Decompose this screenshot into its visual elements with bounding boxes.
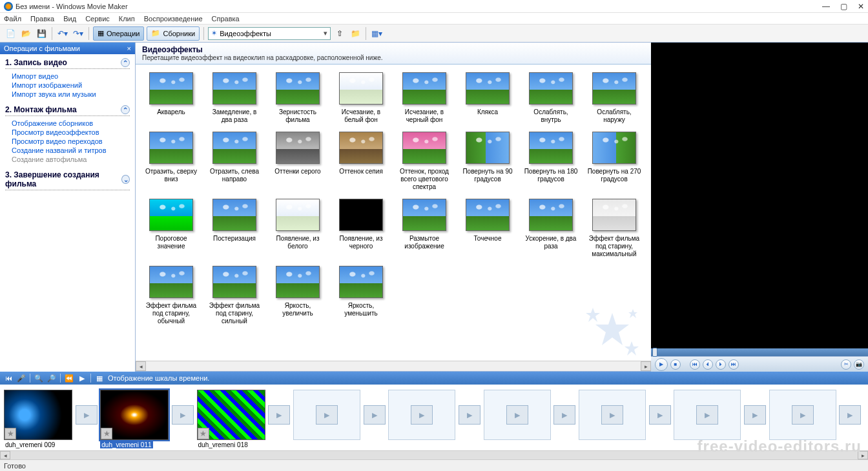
- effect-item[interactable]: Точечное: [459, 196, 517, 261]
- task-view-transitions[interactable]: Просмотр видео переходов: [5, 137, 130, 146]
- effect-item[interactable]: Ослаблять, наружу: [585, 70, 643, 126]
- scroll-right-icon[interactable]: ▸: [858, 451, 868, 459]
- scroll-left-icon[interactable]: ◂: [136, 361, 146, 371]
- collection-combo[interactable]: ✶ Видеоэффекты ▾: [208, 27, 331, 40]
- effect-item[interactable]: Повернуть на 270 градусов: [585, 129, 643, 194]
- storyboard-clip[interactable]: ★duh_vremeni 018: [197, 390, 265, 448]
- split-button[interactable]: ✂: [841, 359, 851, 370]
- task-view-effects[interactable]: Просмотр видеоэффектов: [5, 128, 130, 137]
- effect-item[interactable]: Повернуть на 180 градусов: [522, 129, 580, 194]
- play-timeline-button[interactable]: ▶: [78, 374, 87, 383]
- effect-item[interactable]: Исчезание, в черный фон: [395, 70, 453, 126]
- new-project-button[interactable]: 📄: [4, 27, 17, 40]
- effect-item[interactable]: Оттенок, проход всего цветового спектра: [395, 129, 453, 194]
- effect-item[interactable]: Эффект фильма под старину, максимальный: [585, 196, 643, 261]
- step-back-button[interactable]: ⏴: [703, 359, 713, 370]
- empty-clip-slot[interactable]: ▶: [484, 390, 551, 440]
- task-make-titles[interactable]: Создание названий и титров: [5, 146, 130, 155]
- transition-slot[interactable]: ▶: [457, 390, 482, 440]
- effect-item[interactable]: Отразить, слева направо: [205, 129, 264, 194]
- empty-clip-slot[interactable]: ▶: [388, 390, 455, 440]
- up-level-button[interactable]: ⇧: [333, 27, 346, 40]
- effect-item[interactable]: Исчезание, в белый фон: [332, 70, 390, 126]
- open-button[interactable]: 📂: [19, 27, 32, 40]
- chevron-icon[interactable]: ⌃: [121, 105, 130, 114]
- effect-item[interactable]: Постеризация: [205, 196, 264, 261]
- transition-slot[interactable]: ▶: [647, 390, 672, 440]
- task-section-finish[interactable]: 3. Завершение создания фильма ⌄: [5, 169, 130, 190]
- storyboard-clip[interactable]: ★duh_vremeni 011: [100, 390, 169, 448]
- menu-tools[interactable]: Сервис: [85, 15, 110, 23]
- timeline-view-label[interactable]: Отображение шкалы времени.: [108, 374, 209, 382]
- transition-slot[interactable]: ▶: [170, 390, 195, 440]
- transition-slot[interactable]: ▶: [552, 390, 577, 440]
- effect-item[interactable]: Повернуть на 90 градусов: [459, 129, 517, 194]
- stop-button[interactable]: ■: [670, 359, 681, 370]
- zoom-out-button[interactable]: 🔎: [47, 374, 56, 383]
- collections-toggle[interactable]: 📁 Сборники: [147, 26, 200, 41]
- set-start-button[interactable]: ⏮: [4, 374, 13, 383]
- chevron-icon[interactable]: ⌄: [121, 175, 130, 184]
- menu-edit[interactable]: Правка: [30, 15, 54, 23]
- empty-clip-slot[interactable]: ▶: [293, 390, 360, 440]
- prev-clip-button[interactable]: ⏮: [690, 359, 700, 370]
- chevron-icon[interactable]: ⌃: [121, 58, 130, 67]
- transition-slot[interactable]: ▶: [362, 390, 387, 440]
- storyboard-scrollbar[interactable]: ◂ ▸: [0, 450, 868, 459]
- effect-item[interactable]: Появление, из белого: [269, 196, 327, 261]
- snapshot-button[interactable]: 📷: [854, 359, 864, 370]
- task-section-edit[interactable]: 2. Монтаж фильма ⌃: [5, 104, 130, 116]
- zoom-in-button[interactable]: 🔍: [34, 374, 43, 383]
- menu-clip[interactable]: Клип: [119, 15, 135, 23]
- clip-thumb[interactable]: ★: [4, 390, 72, 440]
- transition-slot[interactable]: ▶: [838, 390, 863, 440]
- seek-bar[interactable]: [651, 348, 868, 356]
- empty-clip-slot[interactable]: ▶: [674, 390, 741, 440]
- effect-item[interactable]: Оттенок сепия: [332, 129, 390, 194]
- effect-item[interactable]: Появление, из черного: [332, 196, 390, 261]
- effect-item[interactable]: Оттенки серого: [269, 129, 327, 194]
- effect-item[interactable]: Клякса: [459, 70, 517, 126]
- play-button[interactable]: ▶: [655, 358, 668, 371]
- empty-clip-slot[interactable]: ▶: [769, 390, 836, 440]
- next-clip-button[interactable]: ⏭: [728, 359, 739, 370]
- task-automovie[interactable]: Создание автофильма: [5, 155, 130, 164]
- clip-thumb[interactable]: ★: [100, 390, 169, 440]
- effect-item[interactable]: Акварель: [142, 70, 200, 126]
- effect-item[interactable]: Пороговое значение: [142, 196, 200, 261]
- effect-item[interactable]: Яркость, увеличить: [269, 263, 327, 328]
- maximize-button[interactable]: ▢: [840, 2, 847, 11]
- seek-handle[interactable]: [652, 348, 657, 357]
- step-fwd-button[interactable]: ⏵: [716, 359, 726, 370]
- transition-slot[interactable]: ▶: [74, 390, 99, 440]
- menu-playback[interactable]: Воспроизведение: [144, 15, 203, 23]
- effect-item[interactable]: Зернистость фильма: [269, 70, 327, 126]
- menu-help[interactable]: Справка: [212, 15, 240, 23]
- effect-item[interactable]: Эффект фильма под старину, сильный: [205, 263, 264, 328]
- transition-slot[interactable]: ▶: [267, 390, 292, 440]
- save-button[interactable]: 💾: [35, 27, 48, 40]
- storyboard-track[interactable]: ★duh_vremeni 009▶★duh_vremeni 011▶★duh_v…: [0, 385, 868, 450]
- view-mode-button[interactable]: ▦▾: [370, 27, 383, 40]
- effect-star-icon[interactable]: ★: [101, 428, 112, 439]
- undo-button[interactable]: ↶▾: [56, 27, 69, 40]
- storyboard-clip[interactable]: ★duh_vremeni 009: [4, 390, 72, 448]
- task-import-audio[interactable]: Импорт звука или музыки: [5, 90, 130, 99]
- task-pane-close[interactable]: ×: [127, 45, 131, 52]
- transition-slot[interactable]: ▶: [742, 390, 767, 440]
- narrate-button[interactable]: 🎤: [17, 374, 26, 383]
- operations-toggle[interactable]: ▦ Операции: [93, 26, 144, 41]
- menu-view[interactable]: Вид: [63, 15, 76, 23]
- empty-clip-slot[interactable]: ▶: [579, 390, 646, 440]
- task-import-images[interactable]: Импорт изображений: [5, 81, 130, 90]
- effect-item[interactable]: Отразить, сверху вниз: [142, 129, 200, 194]
- clip-thumb[interactable]: ★: [197, 390, 265, 440]
- h-scrollbar[interactable]: ◂ ▸: [136, 361, 651, 371]
- rewind-button[interactable]: ⏪: [65, 374, 74, 383]
- menu-file[interactable]: Файл: [4, 15, 21, 23]
- task-show-collections[interactable]: Отображение сборников: [5, 119, 130, 128]
- effect-item[interactable]: Ослаблять, внутрь: [522, 70, 580, 126]
- effect-item[interactable]: Ускорение, в два раза: [522, 196, 580, 261]
- new-folder-button[interactable]: 📁: [349, 27, 362, 40]
- effect-item[interactable]: Размытое изображение: [395, 196, 453, 261]
